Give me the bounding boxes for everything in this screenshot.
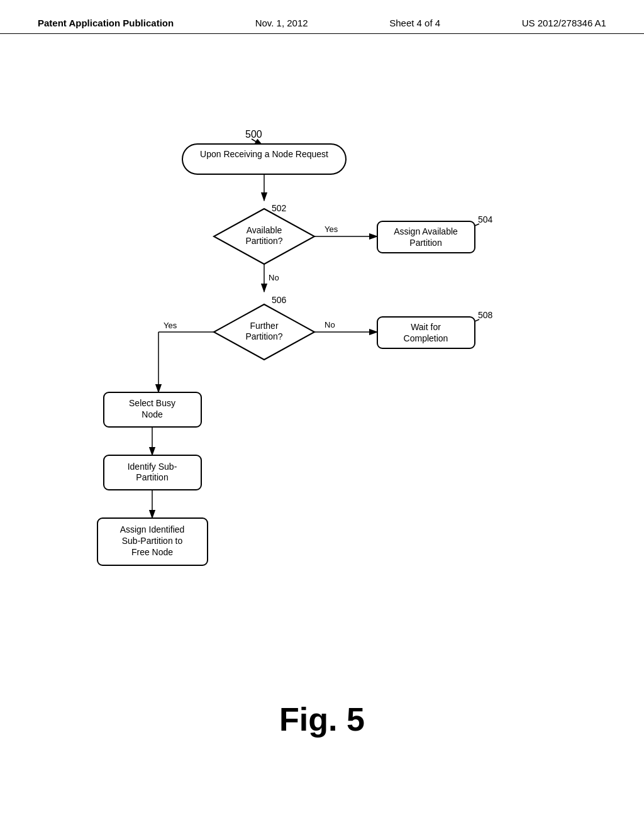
yes-label2: Yes [164,321,177,330]
diagram-area: 500 Upon Receiving a Node Request 502 Av… [0,34,644,776]
diamond2-line2: Partition? [245,331,282,341]
box3-line2: Node [142,409,163,419]
box4-line1: Identify Sub- [128,462,177,472]
diamond1-line1: Available [247,225,282,235]
date-label: Nov. 1, 2012 [255,18,308,28]
box4-line2: Partition [136,472,168,482]
patent-number: US 2012/278346 A1 [522,18,606,28]
no-label1: No [269,273,279,282]
figure-label: Fig. 5 [279,700,365,738]
yes-label1: Yes [325,224,338,234]
label-504: 504 [478,214,493,224]
page-header: Patent Application Publication Nov. 1, 2… [0,0,644,34]
box2-line1: Wait for [411,322,441,332]
label-508: 508 [478,310,493,320]
start-text-line1: Upon Receiving a Node Request [200,149,328,159]
box2-line2: Completion [404,333,448,343]
diamond2-line1: Further [250,321,278,331]
label-500: 500 [245,129,262,140]
box3-line1: Select Busy [129,398,175,408]
label-506: 506 [272,295,287,305]
box5-line2: Sub-Partition to [122,536,183,546]
box1-line2: Partition [409,238,441,248]
box5-line3: Free Node [131,547,173,557]
diamond1-line2: Partition? [245,236,282,246]
no-label2: No [325,320,335,329]
sheet-label: Sheet 4 of 4 [389,18,440,28]
publication-label: Patent Application Publication [38,18,174,28]
box5-line1: Assign Identified [120,524,185,534]
label-502: 502 [272,203,287,213]
box1-line1: Assign Available [394,226,458,236]
